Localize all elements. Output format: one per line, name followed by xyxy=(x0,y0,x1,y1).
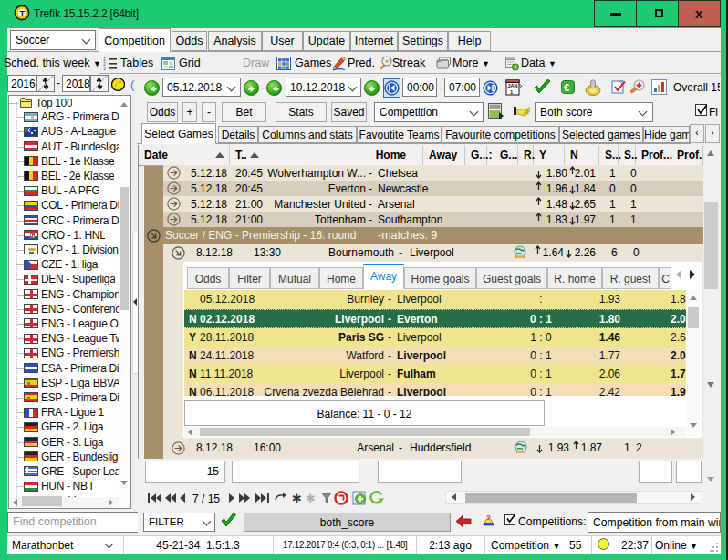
svg-text:T: T xyxy=(20,8,26,18)
svg-text:3: 3 xyxy=(103,66,106,70)
svg-text:?: ? xyxy=(486,513,491,522)
svg-text:€: € xyxy=(564,82,569,93)
svg-text:JAN: JAN xyxy=(508,83,518,88)
